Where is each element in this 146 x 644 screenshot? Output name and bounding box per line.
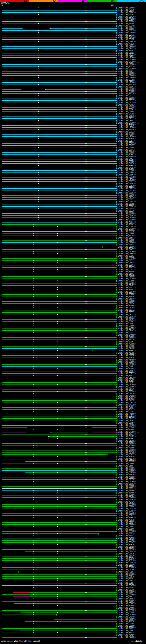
hit-bar-segment[interactable]	[2, 335, 116, 335]
hit-label[interactable]: UniRef100_A9BVM7	[118, 460, 136, 462]
hit-bar-segment[interactable]	[2, 107, 116, 108]
hit-bar-segment[interactable]	[54, 619, 116, 620]
hit-row[interactable]: UniRef100_B4JE10	[0, 167, 146, 169]
hit-row[interactable]: UniRef100_Q04A56	[0, 214, 146, 217]
hit-label[interactable]: UniRef100_A9RL45	[118, 20, 136, 22]
hit-row[interactable]: UniRef100_Q66384	[0, 262, 146, 264]
hit-bar-segment[interactable]	[2, 563, 116, 563]
hit-bar-segment[interactable]	[2, 511, 116, 511]
hit-bar-segment[interactable]	[2, 236, 116, 236]
hit-row[interactable]: UniRef100_B5E798	[0, 474, 146, 476]
hit-bar-segment[interactable]	[20, 612, 116, 613]
hit-label[interactable]: UniRef100_A6RLE0	[118, 359, 136, 361]
hit-label[interactable]: UniRef100_A7LXT7	[118, 406, 136, 408]
hit-label[interactable]: UniRef100_B4K3F2	[118, 399, 136, 402]
hit-label[interactable]: UniRef100_Q07033	[118, 420, 136, 422]
hit-label[interactable]: UniRef100_Q29Y75	[118, 264, 136, 266]
hit-row[interactable]: UniRef100_Q6FJQ1	[0, 576, 146, 578]
hit-label[interactable]: UniRef100_UP1000...	[118, 424, 139, 426]
hit-label[interactable]: UniRef100_B0DS92	[118, 532, 136, 535]
hit-label[interactable]: UniRef100_B4NZ46	[118, 158, 136, 160]
hit-label[interactable]: UniRef100_A9TLL2	[118, 22, 136, 25]
hit-label[interactable]: UniRef100_Q0UP30	[118, 192, 136, 194]
hit-label[interactable]: UniRef100_B4L389	[118, 162, 136, 165]
hit-bar-segment[interactable]	[2, 234, 116, 234]
hit-row[interactable]: UniRef100_C8ZA91	[0, 589, 146, 591]
hit-row[interactable]: UniRef100_C1BLX6	[0, 41, 146, 43]
hit-row[interactable]: UniRef100_B0CYJ3	[0, 535, 146, 537]
hit-label[interactable]: UniRef100_A3GFF3	[118, 566, 136, 568]
hit-row[interactable]: UniRef100_Q5A1T3	[0, 454, 146, 456]
hit-row[interactable]: UniRef100_A3PH35	[0, 154, 146, 156]
hit-label[interactable]: UniRef100_UP1000...	[118, 126, 139, 128]
hit-bar-segment[interactable]	[2, 208, 116, 209]
hit-bar-segment[interactable]	[2, 120, 116, 121]
hit-label[interactable]: UniRef100_Q4PBV6	[118, 618, 136, 620]
hit-bar-segment[interactable]	[2, 231, 116, 232]
hit-row[interactable]: UniRef100_Q0CQ07	[0, 505, 146, 508]
hit-label[interactable]: UniRef100_Q864T1	[118, 120, 136, 122]
hit-bar-segment[interactable]	[2, 229, 116, 229]
hit-bar-segment[interactable]	[2, 355, 116, 356]
hit-label[interactable]: UniRef100_C4YMF1	[118, 607, 136, 609]
hit-bar-segment[interactable]	[2, 272, 116, 272]
hit-label[interactable]: UniRef100_A5BV59	[118, 156, 136, 158]
hit-label[interactable]: UniRef100_Q27J08	[118, 190, 136, 192]
hit-row[interactable]: UniRef100_Q7S9S7	[0, 526, 146, 528]
hit-label[interactable]: UniRef100_Q41D58	[118, 113, 136, 115]
hit-row[interactable]: UniRef100_UP1000...	[0, 178, 146, 181]
hit-label[interactable]: UniRef100_Q0CQ07	[118, 505, 136, 508]
hit-label[interactable]: UniRef100_B4FVM1	[118, 275, 136, 278]
hit-row[interactable]: UniRef100_C4YB79	[0, 436, 146, 438]
hit-label[interactable]: UniRef100_Q65Y13	[118, 237, 136, 239]
hit-label[interactable]: UniRef100_Q9AVP6	[118, 32, 136, 34]
hit-label[interactable]: UniRef100_C33QF5	[118, 79, 136, 81]
hit-bar-segment[interactable]	[2, 163, 116, 164]
hit-row[interactable]: UniRef100_Q95389	[0, 102, 146, 104]
hit-bar-segment[interactable]	[2, 51, 116, 51]
hit-bar-segment[interactable]	[2, 39, 116, 40]
hit-bar-segment[interactable]	[2, 299, 116, 299]
hit-bar-segment[interactable]	[2, 213, 116, 214]
hit-row[interactable]: UniRef100_Q07033	[0, 420, 146, 422]
hit-bar-segment[interactable]	[25, 472, 116, 473]
hit-bar-segment[interactable]	[30, 608, 116, 608]
hit-label[interactable]: UniRef100_B9PBK5	[118, 305, 136, 307]
hit-row[interactable]: UniRef100_C4QP63	[0, 442, 146, 444]
hit-row[interactable]: UniRef100_C5GZJ3	[0, 332, 146, 334]
hit-bar-segment[interactable]	[2, 434, 116, 434]
hit-bar-segment[interactable]	[2, 396, 116, 396]
hit-label[interactable]: UniRef100_C4JFG6	[118, 379, 136, 381]
hit-bar-segment[interactable]	[2, 17, 116, 17]
hit-row[interactable]: UniRef100_B4K059	[0, 165, 146, 167]
hit-bar-segment[interactable]	[2, 524, 116, 525]
hit-bar-segment[interactable]	[2, 319, 116, 320]
hit-bar-segment[interactable]	[2, 91, 116, 92]
hit-bar-segment[interactable]	[2, 362, 116, 362]
hit-row[interactable]: UniRef100_Q6CDL8	[0, 546, 146, 548]
hit-row[interactable]: UniRef100_A4S9H8	[0, 18, 146, 20]
hit-label[interactable]: UniRef100_C5P373	[118, 372, 136, 375]
hit-row[interactable]: UniRef100_Q1XGE0	[0, 74, 146, 77]
hit-label[interactable]: UniRef100_P63244	[118, 66, 136, 68]
hit-label[interactable]: UniRef100_B5E798	[118, 474, 136, 476]
hit-bar-segment[interactable]	[2, 96, 116, 96]
hit-row[interactable]: UniRef100_A3GFF3	[0, 566, 146, 568]
hit-label[interactable]: UniRef100_B2BF24	[118, 255, 136, 257]
hit-label[interactable]: UniRef100_UP1000...	[118, 178, 139, 181]
hit-row[interactable]: UniRef100_C7EWL6	[0, 242, 146, 244]
hit-bar-segment[interactable]	[2, 326, 116, 326]
hit-bar-segment[interactable]	[2, 576, 116, 577]
hit-row[interactable]: UniRef100_A9NWJ9	[0, 108, 146, 110]
hit-bar-segment[interactable]	[2, 312, 116, 313]
hit-bar-segment[interactable]	[2, 428, 27, 428]
hit-bar-segment[interactable]	[2, 42, 116, 42]
hit-row[interactable]: UniRef100_B91Z69	[0, 106, 146, 108]
hit-label[interactable]: UniRef100_B4PVD2	[118, 271, 136, 273]
hit-label[interactable]: UniRef100_UP1000...	[118, 219, 139, 221]
hit-row[interactable]: UniRef100_Q2F8H5	[0, 300, 146, 302]
hit-row[interactable]: UniRef100_C02267	[0, 210, 146, 212]
hit-row[interactable]: UniRef100_C5DDL6	[0, 573, 146, 576]
hit-row[interactable]: UniRef100_D5DCH7	[0, 426, 146, 429]
hit-bar-segment[interactable]	[2, 125, 116, 126]
